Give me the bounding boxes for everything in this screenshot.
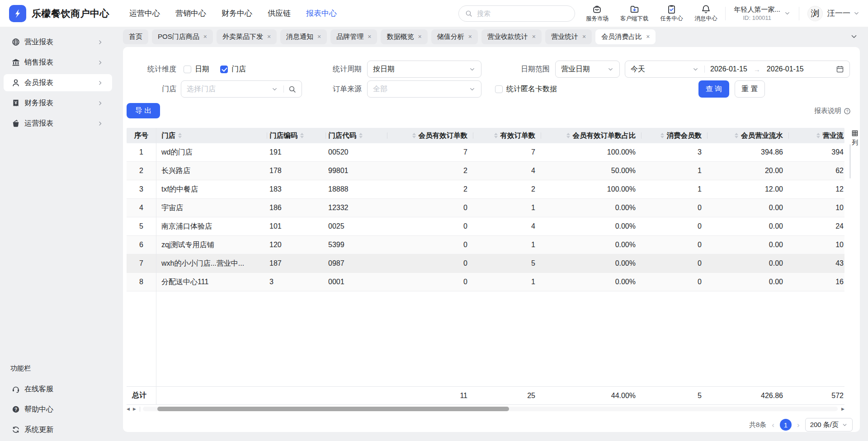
close-icon[interactable]: × (418, 33, 421, 40)
sort-icon[interactable] (735, 133, 738, 138)
sort-icon[interactable] (660, 133, 664, 138)
table-row[interactable]: 8分配送中心11130001010.00%00.0016 (127, 273, 844, 291)
checkbox-date[interactable]: 日期 (184, 65, 209, 74)
sort-icon[interactable] (412, 133, 416, 138)
table-row[interactable]: 1wd的门店1910052077100.00%3394.86394 (127, 143, 844, 162)
date-range-control[interactable]: 今天 2026-01-15 → 2026-01-15 (625, 61, 850, 78)
period-select[interactable]: 按日期 (367, 61, 481, 78)
app-header: 乐檬餐饮商户中心 运营中心营销中心财务中心供应链报表中心 服务市场客户端下载任务… (0, 0, 868, 27)
table-row[interactable]: 3txf的中餐店1831888822100.00%112.0012 (127, 180, 844, 199)
column-header[interactable]: 会员有效订单数占比 (541, 128, 641, 143)
close-icon[interactable]: × (532, 33, 536, 40)
nav-item-report-center[interactable]: 报表中心 (306, 8, 337, 19)
sort-icon[interactable] (494, 133, 498, 138)
tab-takeout-dish-publish[interactable]: 外卖菜品下发× (217, 29, 277, 44)
report-note[interactable]: 报表说明 ? (814, 107, 851, 115)
column-header[interactable]: 有效订单数 (473, 128, 541, 143)
sidebar-item-online-service[interactable]: 在线客服 (4, 380, 112, 398)
user-menu[interactable]: 浏 汪一一 (807, 6, 860, 21)
tab-business-stats[interactable]: 营业统计× (545, 29, 592, 44)
tab-pos-store-goods[interactable]: POS门店商品× (152, 29, 213, 44)
checkbox-anonymous-box[interactable] (495, 85, 503, 93)
sort-icon[interactable] (566, 133, 570, 138)
column-header-label: 消费会员数 (667, 131, 702, 141)
column-header[interactable]: 序号 (127, 128, 156, 143)
column-header[interactable]: 营业流 (788, 128, 844, 143)
nav-item-supply-chain[interactable]: 供应链 (268, 8, 291, 19)
nav-item-finance[interactable]: 财务中心 (222, 8, 252, 19)
store-search-icon[interactable] (288, 85, 296, 93)
table-row[interactable]: 5南京浦口体验店1010025040.00%00.0024 (127, 217, 844, 236)
scroll-left-icon[interactable]: ◀ (127, 407, 130, 411)
close-icon[interactable]: × (582, 33, 586, 40)
scrollbar-track[interactable] (143, 407, 838, 411)
close-icon[interactable]: × (267, 33, 271, 40)
quick-action-service-market[interactable]: 服务市场 (586, 5, 609, 23)
tabs-overflow-chevron-icon[interactable] (850, 33, 858, 41)
checkbox-date-box[interactable] (184, 66, 191, 73)
sort-icon[interactable] (178, 133, 182, 138)
checkbox-store-box[interactable] (220, 66, 228, 73)
sidebar-item-help-center[interactable]: ?帮助中心 (4, 401, 112, 418)
sidebar-item-operation-reports[interactable]: 运营报表 (4, 115, 112, 132)
search-input[interactable] (476, 9, 568, 18)
sort-icon[interactable] (300, 133, 304, 138)
chevron-right-icon (97, 60, 103, 66)
page-number[interactable]: 1 (780, 419, 792, 431)
merchant-switcher[interactable]: 年轻人第一家... ID: 100011 (734, 5, 791, 21)
column-header[interactable]: 门店代码 (326, 128, 387, 143)
tab-data-overview[interactable]: 数据概览× (381, 29, 427, 44)
checkbox-anonymous[interactable]: 统计匿名卡数据 (495, 84, 557, 94)
date-end[interactable]: 2026-01-15 (767, 65, 804, 73)
prev-page-icon[interactable]: ‹ (771, 421, 775, 429)
range-type-select[interactable]: 营业日期 (555, 61, 620, 78)
store-select[interactable]: 选择门店 (181, 80, 302, 98)
quick-action-client-download[interactable]: 客户端下载 (620, 5, 649, 23)
sort-icon[interactable] (816, 133, 820, 138)
reset-button[interactable]: 重 置 (735, 80, 765, 98)
next-page-icon[interactable]: › (796, 421, 801, 429)
tab-home[interactable]: 首页 (123, 29, 148, 44)
date-start[interactable]: 2026-01-15 (710, 65, 747, 73)
close-icon[interactable]: × (468, 33, 472, 40)
page-size-select[interactable]: 200 条/页 (805, 418, 853, 432)
tab-stored-value-analysis[interactable]: 储值分析× (431, 29, 478, 44)
tab-brand-mgmt[interactable]: 品牌管理× (330, 29, 377, 44)
sidebar-item-sales-reports[interactable]: 销售报表 (4, 54, 112, 71)
close-icon[interactable]: × (368, 33, 371, 40)
search-box[interactable] (458, 5, 575, 22)
column-header[interactable]: 门店编码 (267, 128, 326, 143)
tab-revenue-collection-stats[interactable]: 营业收款统计× (481, 29, 542, 44)
vertical-scrollbar[interactable] (849, 144, 851, 178)
column-header[interactable]: 会员有效订单数 (387, 128, 473, 143)
table-row[interactable]: 2长兴路店178998012450.00%120.0062 (127, 162, 844, 180)
calendar-icon[interactable] (836, 65, 844, 73)
scroll-right-icon[interactable]: ▶ (133, 407, 136, 411)
close-icon[interactable]: × (203, 33, 207, 40)
scroll-right-end-icon[interactable]: ▶ (841, 407, 844, 411)
sidebar-item-business-reports[interactable]: 营业报表 (4, 33, 112, 51)
quick-action-message-center[interactable]: 消息中心 (694, 5, 717, 23)
export-button[interactable]: 导 出 (127, 103, 160, 118)
column-header[interactable]: 门店 (156, 128, 267, 143)
sidebar-item-finance-reports[interactable]: 财务报表 (4, 94, 112, 112)
sidebar-item-member-reports[interactable]: 会员报表 (4, 74, 112, 91)
source-select[interactable]: 全部 (367, 80, 481, 98)
quick-action-task-center[interactable]: 任务中心 (660, 5, 683, 23)
checkbox-store[interactable]: 门店 (220, 65, 246, 74)
nav-item-marketing[interactable]: 营销中心 (175, 8, 206, 19)
table-row[interactable]: 6zqj测试专用店铺1205399010.00%00.0010 (127, 236, 844, 254)
close-icon[interactable]: × (646, 33, 650, 40)
close-icon[interactable]: × (317, 33, 321, 40)
column-header[interactable]: 消费会员数 (641, 128, 707, 143)
column-header[interactable]: 会员营业流水 (707, 128, 788, 143)
query-button[interactable]: 查 询 (698, 80, 729, 98)
nav-item-operations[interactable]: 运营中心 (129, 8, 160, 19)
scrollbar-thumb[interactable] (157, 407, 509, 411)
sort-icon[interactable] (359, 133, 363, 138)
tab-member-consumption-ratio[interactable]: 会员消费占比× (595, 29, 656, 44)
table-row[interactable]: 7wxh的小小门店...营业中...1870987050.00%00.0043 (127, 254, 844, 273)
table-row[interactable]: 4宇宙店18612332010.00%00.0010 (127, 199, 844, 217)
sidebar-item-system-update[interactable]: 系统更新 (4, 421, 112, 438)
tab-message-notice[interactable]: 消息通知× (280, 29, 327, 44)
